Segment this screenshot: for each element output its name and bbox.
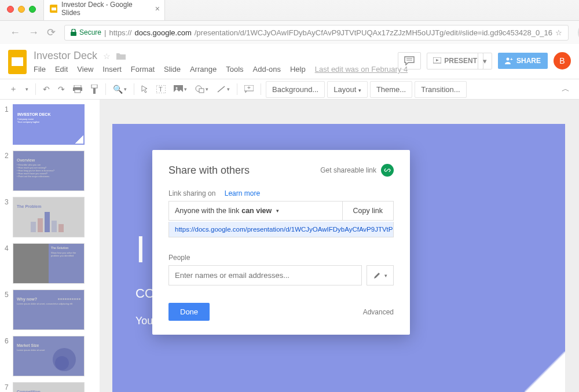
- people-input[interactable]: [168, 265, 362, 285]
- slides-favicon: [50, 5, 57, 13]
- back-button[interactable]: ←: [6, 27, 24, 39]
- svg-rect-2: [71, 32, 76, 36]
- select-tool[interactable]: [138, 83, 152, 96]
- thumbnail-2[interactable]: Overview• Describe who you are• How much…: [13, 151, 85, 191]
- window-controls: [0, 0, 36, 13]
- theme-button[interactable]: Theme...: [370, 81, 412, 98]
- user-avatar[interactable]: B: [554, 52, 571, 69]
- menu-slide[interactable]: Slide: [164, 65, 181, 74]
- get-shareable-link[interactable]: Get shareable link: [320, 164, 394, 177]
- thumbnail-4[interactable]: The SolutionShow how you solve the probl…: [13, 243, 85, 284]
- share-url-display[interactable]: https://docs.google.com/presentation/d/1…: [168, 222, 394, 237]
- thumbnail-5[interactable]: Why now?Lorem ipsum dolor sit amet, cons…: [13, 290, 85, 330]
- star-icon[interactable]: ☆: [103, 52, 111, 61]
- layout-button[interactable]: Layout ▾: [327, 81, 368, 98]
- browser-tab[interactable]: Investor Deck - Google Slides ×: [43, 0, 165, 20]
- doc-info: Investor Deck ☆ File Edit View Insert Fo…: [34, 50, 408, 74]
- svg-rect-12: [91, 85, 97, 88]
- forward-button[interactable]: →: [24, 27, 43, 39]
- undo-button[interactable]: ↶: [39, 82, 53, 96]
- thumbnail-1[interactable]: INVESTOR DECKCompany nameYour company ta…: [13, 104, 85, 145]
- menu-bar: File Edit View Insert Format Slide Arran…: [34, 65, 408, 74]
- window-maximize[interactable]: [29, 6, 36, 13]
- background-button[interactable]: Background...: [266, 81, 325, 98]
- folder-icon[interactable]: [116, 52, 126, 60]
- lock-icon: [71, 29, 76, 36]
- thumbnail-7[interactable]: Competition: [13, 382, 85, 392]
- line-tool[interactable]: ▾: [213, 83, 233, 96]
- address-bar: ← → ⟳ Secure | https://docs.google.com/p…: [0, 20, 579, 44]
- menu-help[interactable]: Help: [290, 65, 306, 74]
- textbox-tool[interactable]: T: [153, 83, 169, 96]
- thumbnail-3[interactable]: The Problem: [13, 197, 85, 237]
- slides-logo[interactable]: [8, 50, 27, 74]
- done-button[interactable]: Done: [168, 303, 210, 321]
- url-host: docs.google.com: [134, 28, 191, 37]
- paint-format-button[interactable]: [87, 82, 102, 96]
- image-tool[interactable]: ▾: [170, 83, 190, 96]
- comments-button[interactable]: [398, 52, 421, 69]
- menu-view[interactable]: View: [77, 65, 93, 74]
- perm-value: can view: [241, 207, 272, 215]
- share-modal: Share with others Get shareable link Lin…: [152, 150, 410, 335]
- svg-point-17: [176, 87, 178, 89]
- learn-more-link[interactable]: Learn more: [225, 189, 260, 197]
- present-dropdown[interactable]: ▾: [478, 53, 492, 69]
- menu-tools[interactable]: Tools: [226, 65, 243, 74]
- menu-format[interactable]: Format: [131, 65, 155, 74]
- pencil-icon: [373, 272, 381, 280]
- comment-tool[interactable]: +: [241, 83, 257, 96]
- browser-tab-bar: Investor Deck - Google Slides ×: [0, 0, 579, 20]
- present-label: PRESENT: [444, 57, 477, 65]
- bookmark-star-icon[interactable]: ☆: [555, 28, 562, 37]
- collapse-toolbar-icon[interactable]: ︿: [558, 82, 573, 97]
- url-path: /presentation/d/1WCJyOAwIFDybAyCfAvP9JTV…: [195, 28, 552, 37]
- zoom-button[interactable]: 🔍 ▾: [109, 82, 130, 96]
- perm-prefix: Anyone with the link: [175, 207, 239, 215]
- toolbar: ＋ ▾ ↶ ↷ 🔍 ▾ T ▾ ▾ ▾ + Background... Layo…: [0, 79, 579, 100]
- link-permission-dropdown[interactable]: Anyone with the link can view ▾: [169, 202, 343, 220]
- thumbnail-sidebar[interactable]: 1INVESTOR DECKCompany nameYour company t…: [0, 100, 100, 392]
- chevron-down-icon: ▾: [384, 273, 387, 279]
- present-button[interactable]: PRESENT: [427, 53, 483, 69]
- secure-label: Secure: [79, 28, 101, 36]
- doc-title[interactable]: Investor Deck: [34, 50, 97, 62]
- link-sharing-status: Link sharing on: [168, 189, 215, 197]
- shape-tool[interactable]: ▾: [192, 83, 212, 96]
- menu-edit[interactable]: Edit: [55, 65, 68, 74]
- svg-rect-1: [52, 8, 56, 10]
- print-button[interactable]: [69, 83, 86, 96]
- copy-link-button[interactable]: Copy link: [343, 202, 393, 220]
- share-label: SHARE: [516, 57, 541, 65]
- svg-point-7: [506, 58, 509, 61]
- people-label: People: [168, 254, 394, 262]
- new-slide-dropdown[interactable]: ▾: [22, 84, 32, 94]
- menu-insert[interactable]: Insert: [102, 65, 122, 74]
- menu-arrange[interactable]: Arrange: [190, 65, 217, 74]
- window-close[interactable]: [7, 6, 14, 13]
- tab-close-icon[interactable]: ×: [155, 4, 160, 13]
- url-input[interactable]: Secure | https://docs.google.com/present…: [64, 25, 569, 41]
- browser-chrome: Investor Deck - Google Slides × ← → ⟳ Se…: [0, 0, 579, 44]
- advanced-link[interactable]: Advanced: [363, 308, 394, 316]
- chevron-down-icon: ▾: [276, 208, 279, 214]
- share-button[interactable]: + SHARE: [498, 53, 548, 69]
- url-scheme: https://: [109, 28, 131, 37]
- svg-rect-13: [93, 88, 96, 94]
- new-slide-button[interactable]: ＋: [6, 82, 21, 97]
- menu-addons[interactable]: Add-ons: [253, 65, 281, 74]
- svg-rect-11: [75, 90, 80, 93]
- play-icon: [433, 57, 441, 64]
- slide-corner-fold: [525, 351, 565, 392]
- thumbnail-6[interactable]: Market SizeLorem ipsum dolor sit amet: [13, 336, 85, 376]
- transition-button[interactable]: Transition...: [415, 81, 466, 98]
- svg-text:+: +: [247, 85, 251, 91]
- permission-icon-button[interactable]: ▾: [367, 265, 394, 285]
- svg-rect-9: [74, 85, 81, 87]
- menu-file[interactable]: File: [34, 65, 46, 74]
- reload-button[interactable]: ⟳: [43, 26, 60, 39]
- redo-button[interactable]: ↷: [54, 82, 68, 96]
- last-edit-link[interactable]: Last edit was on February 4: [315, 65, 408, 74]
- tab-title: Investor Deck - Google Slides: [61, 1, 147, 17]
- window-minimize[interactable]: [18, 6, 25, 13]
